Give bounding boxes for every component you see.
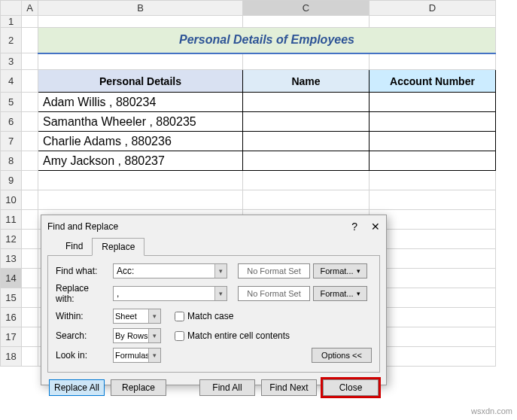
row-header-14[interactable]: 14 — [1, 269, 22, 288]
tab-find[interactable]: Find — [56, 238, 92, 256]
cell[interactable] — [22, 16, 38, 28]
table-cell[interactable] — [370, 112, 496, 132]
col-header-b[interactable]: B — [38, 1, 243, 16]
cell[interactable] — [38, 16, 243, 28]
find-all-button[interactable]: Find All — [199, 379, 255, 396]
table-cell[interactable]: Charlie Adams , 880236 — [38, 132, 243, 151]
table-cell[interactable] — [243, 112, 370, 132]
search-label: Search: — [56, 330, 110, 341]
cell[interactable] — [370, 347, 496, 367]
cell[interactable] — [22, 347, 38, 367]
cell[interactable] — [370, 288, 496, 308]
find-next-button[interactable]: Find Next — [261, 379, 317, 396]
match-case-checkbox[interactable] — [175, 312, 184, 321]
col-header-a[interactable]: A — [22, 1, 38, 16]
cell[interactable] — [370, 230, 496, 249]
cell[interactable] — [22, 151, 38, 171]
cell[interactable] — [370, 249, 496, 269]
cell[interactable] — [22, 171, 38, 190]
cell[interactable] — [370, 190, 496, 210]
row-header-6[interactable]: 6 — [1, 112, 22, 132]
table-cell[interactable] — [370, 132, 496, 151]
cell[interactable] — [243, 53, 370, 70]
cell[interactable] — [22, 132, 38, 151]
row-header-15[interactable]: 15 — [1, 288, 22, 308]
cell[interactable] — [243, 190, 370, 210]
cell[interactable] — [22, 70, 38, 93]
row-header-4[interactable]: 4 — [1, 70, 22, 93]
row-header-9[interactable]: 9 — [1, 171, 22, 190]
table-cell[interactable]: Amy Jackson , 880237 — [38, 151, 243, 171]
cell[interactable] — [370, 269, 496, 288]
cell[interactable] — [22, 93, 38, 112]
table-cell[interactable]: Samantha Wheeler , 880235 — [38, 112, 243, 132]
replace-all-button[interactable]: Replace All — [49, 379, 105, 396]
chevron-down-icon[interactable]: ▾ — [148, 309, 160, 323]
close-button[interactable]: Close — [323, 379, 379, 396]
table-header-account[interactable]: Account Number — [370, 70, 496, 93]
row-header-7[interactable]: 7 — [1, 132, 22, 151]
chevron-down-icon[interactable]: ▾ — [148, 348, 160, 362]
options-button[interactable]: Options << — [312, 348, 372, 363]
close-icon[interactable]: ✕ — [371, 215, 380, 238]
help-icon[interactable]: ? — [351, 215, 357, 238]
find-format-button[interactable]: Format...▾ — [313, 263, 367, 278]
cell[interactable] — [22, 210, 38, 230]
dialog-titlebar[interactable]: Find and Replace ? ✕ — [41, 215, 386, 238]
cell[interactable] — [22, 53, 38, 70]
match-entire-checkbox[interactable] — [175, 331, 184, 341]
cell[interactable] — [370, 53, 496, 70]
row-header-11[interactable]: 11 — [1, 210, 22, 230]
cell[interactable] — [38, 190, 243, 210]
row-header-5[interactable]: 5 — [1, 93, 22, 112]
row-header-3[interactable]: 3 — [1, 53, 22, 70]
cell[interactable] — [370, 171, 496, 190]
table-cell[interactable] — [370, 93, 496, 112]
cell[interactable] — [370, 16, 496, 28]
cell[interactable] — [370, 308, 496, 327]
row-header-2[interactable]: 2 — [1, 28, 22, 53]
replace-format-button[interactable]: Format...▾ — [313, 286, 367, 301]
cell[interactable] — [22, 190, 38, 210]
cell[interactable] — [22, 28, 38, 53]
chevron-down-icon[interactable]: ▾ — [214, 287, 227, 300]
cell[interactable] — [22, 269, 38, 288]
replace-button[interactable]: Replace — [111, 379, 166, 396]
table-cell[interactable] — [370, 151, 496, 171]
cell[interactable] — [22, 308, 38, 327]
row-header-8[interactable]: 8 — [1, 151, 22, 171]
row-header-18[interactable]: 18 — [1, 347, 22, 367]
col-header-d[interactable]: D — [370, 1, 496, 16]
cell[interactable] — [370, 210, 496, 230]
row-header-10[interactable]: 10 — [1, 190, 22, 210]
row-header-12[interactable]: 12 — [1, 230, 22, 249]
row-header-17[interactable]: 17 — [1, 327, 22, 347]
cell[interactable] — [22, 230, 38, 249]
chevron-down-icon[interactable]: ▾ — [148, 329, 160, 342]
cell[interactable] — [22, 288, 38, 308]
table-header-name[interactable]: Name — [243, 70, 370, 93]
table-cell[interactable] — [243, 93, 370, 112]
table-cell[interactable] — [243, 151, 370, 171]
table-header-personal[interactable]: Personal Details — [38, 70, 243, 93]
col-header-c[interactable]: C — [243, 1, 370, 16]
cell[interactable] — [22, 249, 38, 269]
cell[interactable] — [22, 327, 38, 347]
cell[interactable] — [38, 53, 243, 70]
cell[interactable] — [243, 16, 370, 28]
table-cell[interactable] — [243, 132, 370, 151]
cell[interactable] — [370, 327, 496, 347]
chevron-down-icon[interactable]: ▾ — [214, 264, 227, 278]
cell[interactable] — [243, 171, 370, 190]
row-header-13[interactable]: 13 — [1, 249, 22, 269]
row-header-1[interactable]: 1 — [1, 16, 22, 28]
cell[interactable] — [22, 112, 38, 132]
select-all-corner[interactable] — [1, 1, 22, 16]
table-cell[interactable]: Adam Willis , 880234 — [38, 93, 243, 112]
cell[interactable] — [38, 171, 243, 190]
replace-with-input[interactable] — [113, 286, 227, 301]
title-cell[interactable]: Personal Details of Employees — [38, 28, 496, 53]
row-header-16[interactable]: 16 — [1, 308, 22, 327]
find-what-input[interactable] — [113, 263, 227, 278]
tab-replace[interactable]: Replace — [92, 238, 144, 256]
